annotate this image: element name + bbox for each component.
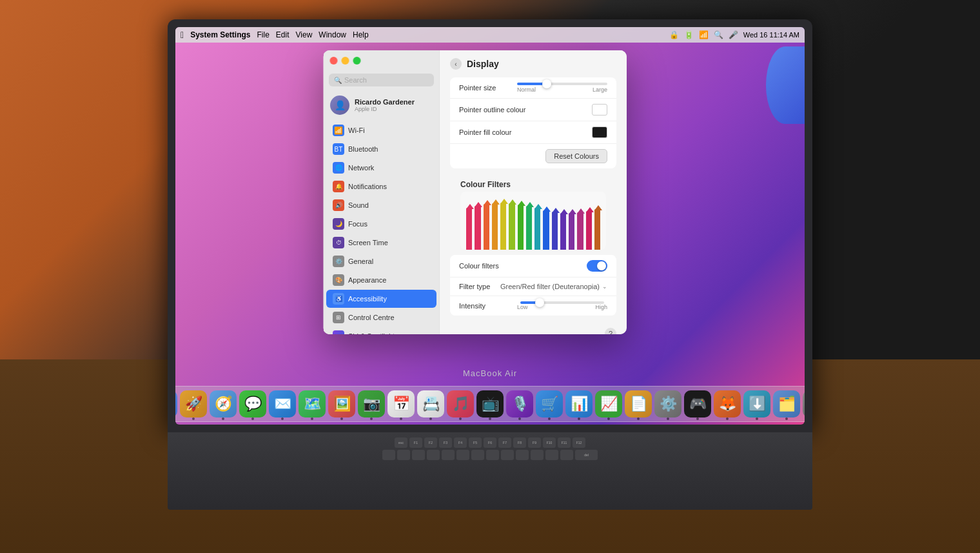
key-f1[interactable]: F1	[409, 437, 422, 448]
menubar-window[interactable]: Window	[318, 30, 346, 39]
dock-icon-mail[interactable]: ✉️	[269, 390, 296, 417]
key-f3[interactable]: F3	[439, 437, 452, 448]
dock-icon-trash[interactable]: 🗑️	[803, 390, 805, 417]
dock-icon-podcasts[interactable]: 🎙️	[506, 390, 533, 417]
key-f6[interactable]: F6	[484, 437, 496, 448]
sidebar-item-appearance[interactable]: 🎨 Appearance	[326, 271, 436, 289]
key-0[interactable]	[531, 450, 544, 460]
dock-icon-safari[interactable]: 🧭	[210, 390, 237, 417]
sidebar-item-controlcenter[interactable]: ⊞ Control Centre	[326, 308, 436, 327]
sidebar-item-focus[interactable]: 🌙 Focus	[326, 215, 436, 233]
key-3[interactable]	[427, 450, 440, 460]
pencil-14	[585, 211, 591, 250]
dock-icon-maps[interactable]: 🗺️	[299, 390, 326, 417]
dock-icon-photos[interactable]: 🖼️	[328, 390, 355, 417]
pencils-display	[460, 192, 606, 250]
dock-icon-app-store[interactable]: 🛒	[536, 390, 563, 417]
filter-type-select[interactable]: Green/Red filter (Deuteranopia) ⌄	[500, 283, 607, 290]
key-f10[interactable]: F10	[543, 437, 556, 448]
help-button[interactable]: ?	[605, 328, 616, 334]
sidebar-item-label: Control Centre	[348, 314, 395, 321]
pencil-6	[517, 205, 523, 250]
dock-icon-system-settings[interactable]: ⚙️	[654, 390, 681, 417]
key-delete[interactable]: del	[575, 450, 598, 460]
dock-icon-contacts[interactable]: 📇	[417, 390, 444, 417]
key-7[interactable]	[486, 450, 499, 460]
sidebar-item-bluetooth[interactable]: BT Bluetooth	[326, 140, 436, 158]
slider-max-label: Large	[592, 86, 607, 93]
key-backtick[interactable]	[382, 450, 395, 460]
search-menubar-icon[interactable]: 🔍	[714, 30, 723, 39]
laptop-keyboard: esc F1 F2 F3 F4 F5 F6 F7 F8 F9 F10 F11 F…	[168, 432, 812, 510]
key-equals[interactable]	[560, 450, 573, 460]
maximize-button[interactable]	[353, 57, 361, 65]
sidebar-item-network[interactable]: 🌐 Network	[326, 159, 436, 177]
key-5[interactable]	[456, 450, 469, 460]
menubar-file[interactable]: File	[257, 30, 270, 39]
dock-icon-finder-2[interactable]: 🗂️	[773, 390, 800, 417]
sidebar-item-general[interactable]: ⚙️ General	[326, 252, 436, 270]
search-input[interactable]: Search	[344, 76, 367, 84]
dock-icon-transmission[interactable]: ⬇️	[743, 390, 770, 417]
key-f5[interactable]: F5	[469, 437, 482, 448]
dock-icon-calendar[interactable]: 📅	[387, 390, 415, 417]
pointer-outline-colour-swatch[interactable]	[592, 104, 607, 116]
dock-icon-pages[interactable]: 📄	[625, 390, 652, 417]
key-9[interactable]	[516, 450, 529, 460]
colour-filters-toggle[interactable]	[587, 260, 607, 272]
menubar-app-name: System Settings	[190, 30, 250, 39]
sidebar-item-sound[interactable]: 🔊 Sound	[326, 196, 436, 214]
pencil-9	[543, 210, 549, 250]
pointer-outline-colour-row: Pointer outline colour	[450, 99, 616, 121]
menubar-edit[interactable]: Edit	[276, 30, 289, 39]
sidebar-item-label: Siri & Spotlight	[348, 332, 395, 334]
dock-icon-apple-tv[interactable]: 📺	[476, 390, 504, 417]
key-4[interactable]	[442, 450, 455, 460]
key-esc[interactable]: esc	[395, 437, 407, 448]
pencil-0	[466, 208, 472, 250]
key-f12[interactable]: F12	[573, 437, 585, 448]
menubar-view[interactable]: View	[296, 30, 313, 39]
close-button[interactable]	[330, 57, 338, 65]
key-f4[interactable]: F4	[454, 437, 467, 448]
sidebar-item-screentime[interactable]: ⏱ Screen Time	[326, 234, 436, 252]
siri-icon[interactable]: 🎤	[729, 30, 738, 39]
key-2[interactable]	[412, 450, 425, 460]
dock-icon-keynote[interactable]: 📊	[565, 390, 593, 417]
key-f9[interactable]: F9	[528, 437, 541, 448]
key-8[interactable]	[501, 450, 514, 460]
pointer-fill-colour-swatch[interactable]	[592, 126, 607, 138]
dock-icon-numbers[interactable]: 📈	[595, 390, 622, 417]
intensity-label: Intensity	[459, 302, 485, 310]
sidebar-item-label: Notifications	[348, 183, 387, 190]
sidebar-item-siri[interactable]: ◎ Siri & Spotlight	[326, 327, 436, 334]
laptop-screen:  System Settings File Edit View Window …	[175, 27, 805, 425]
sidebar-item-wifi[interactable]: 📶 Wi-Fi	[326, 121, 436, 139]
dock-icon-music[interactable]: 🎵	[447, 390, 474, 417]
key-f11[interactable]: F11	[558, 437, 571, 448]
key-f8[interactable]: F8	[513, 437, 526, 448]
menubar-help[interactable]: Help	[353, 30, 369, 39]
dock-icon-launchpad[interactable]: 🚀	[180, 390, 207, 417]
search-bar[interactable]: 🔍 Search	[329, 74, 434, 86]
sidebar-item-accessibility[interactable]: ♿ Accessibility	[326, 290, 436, 308]
key-f7[interactable]: F7	[498, 437, 511, 448]
back-button[interactable]: ‹	[450, 58, 462, 70]
notifications-icon: 🔔	[333, 181, 344, 192]
intensity-slider[interactable]: Low High	[517, 301, 607, 310]
reset-colours-button[interactable]: Reset Colours	[545, 149, 607, 163]
sidebar-item-notifications[interactable]: 🔔 Notifications	[326, 177, 436, 196]
minimize-button[interactable]	[342, 57, 349, 65]
key-6[interactable]	[471, 450, 484, 460]
dock-icon-facetime[interactable]: 📷	[358, 390, 385, 417]
dock-icon-epic-games[interactable]: 🎮	[684, 390, 711, 417]
sidebar-item-label: Wi-Fi	[348, 126, 365, 134]
key-f2[interactable]: F2	[424, 437, 437, 448]
key-minus[interactable]	[545, 450, 558, 460]
key-1[interactable]	[397, 450, 410, 460]
user-profile[interactable]: 👤 Ricardo Gardener Apple ID	[324, 92, 439, 119]
dock-icon-firefox[interactable]: 🦊	[714, 390, 741, 417]
pointer-size-slider[interactable]: Normal Large	[517, 83, 607, 93]
dock-icon-messages[interactable]: 💬	[239, 390, 266, 417]
dock-icon-finder[interactable]: 🔵	[175, 390, 177, 417]
